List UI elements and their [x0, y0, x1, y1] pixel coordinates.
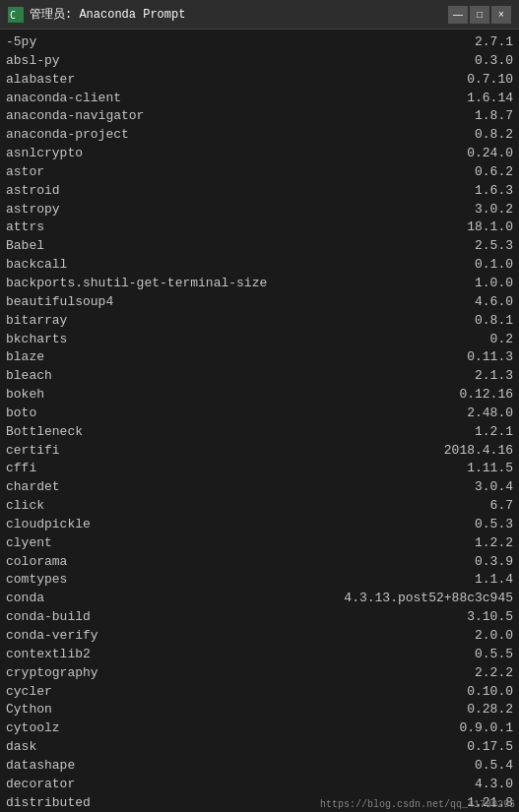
package-name: alabaster: [6, 71, 282, 90]
table-row: boto2.48.0: [6, 405, 513, 423]
table-row: blaze0.11.3: [6, 348, 513, 367]
package-version: 0.5.4: [475, 757, 513, 776]
terminal-content: -5py2.7.1absl-py0.3.0alabaster0.7.10anac…: [0, 30, 519, 812]
table-row: cloudpickle0.5.3: [6, 516, 513, 534]
table-row: asnlcrypto0.24.0: [6, 145, 513, 163]
package-name: Bottleneck: [6, 423, 282, 442]
close-button[interactable]: ×: [491, 6, 511, 24]
package-name: conda-verify: [6, 627, 282, 646]
table-row: astor0.6.2: [6, 163, 513, 182]
package-name: comtypes: [6, 571, 282, 590]
package-version: 1.8.7: [475, 107, 513, 126]
package-name: astropy: [6, 201, 282, 219]
table-row: dask0.17.5: [6, 738, 513, 757]
package-version: 2.2.2: [475, 664, 513, 683]
table-row: comtypes1.1.4: [6, 571, 513, 590]
table-row: anaconda-client1.6.14: [6, 90, 513, 108]
table-row: cryptography2.2.2: [6, 664, 513, 683]
table-row: backports.shutil-get-terminal-size1.0.0: [6, 275, 513, 293]
package-name: Cython: [6, 701, 282, 719]
table-row: decorator4.3.0: [6, 776, 513, 794]
package-version: 0.3.0: [475, 52, 513, 71]
package-name: conda: [6, 590, 282, 608]
package-name: cytoolz: [6, 719, 282, 738]
package-version: 4.3.13.post52+88c3c945: [344, 590, 513, 608]
table-row: conda-build3.10.5: [6, 608, 513, 627]
table-row: -5py2.7.1: [6, 33, 513, 52]
package-name: Babel: [6, 237, 282, 256]
package-version: 4.3.0: [475, 776, 513, 794]
package-version: 1.6.3: [475, 182, 513, 201]
package-name: cffi: [6, 460, 282, 478]
title-bar-controls: — □ ×: [448, 6, 511, 24]
maximize-button[interactable]: □: [470, 6, 489, 24]
package-version: 4.6.0: [475, 293, 513, 312]
package-name: decorator: [6, 776, 282, 794]
package-name: beautifulsoup4: [6, 293, 282, 312]
package-version: 2.48.0: [467, 405, 513, 423]
package-name: bokeh: [6, 386, 282, 405]
package-version: 0.28.2: [467, 701, 513, 719]
package-name: chardet: [6, 478, 282, 497]
package-version: 0.3.9: [475, 553, 513, 572]
table-row: bokeh0.12.16: [6, 386, 513, 405]
package-name: absl-py: [6, 52, 282, 71]
package-version: 0.12.16: [459, 386, 513, 405]
package-list: -5py2.7.1absl-py0.3.0alabaster0.7.10anac…: [6, 33, 513, 812]
package-version: 0.6.2: [475, 163, 513, 182]
package-version: 3.10.5: [467, 608, 513, 627]
package-version: 0.11.3: [467, 348, 513, 367]
package-name: dask: [6, 738, 282, 757]
table-row: anaconda-project0.8.2: [6, 126, 513, 145]
package-version: 0.10.0: [467, 683, 513, 702]
table-row: clyent1.2.2: [6, 534, 513, 553]
table-row: conda-verify2.0.0: [6, 627, 513, 646]
package-version: 0.8.2: [475, 126, 513, 145]
table-row: Cython0.28.2: [6, 701, 513, 719]
title-bar: C 管理员: Anaconda Prompt — □ ×: [0, 0, 519, 30]
table-row: bleach2.1.3: [6, 367, 513, 386]
package-version: 1.2.2: [475, 534, 513, 553]
package-name: anaconda-navigator: [6, 107, 282, 126]
package-version: 0.5.3: [475, 516, 513, 534]
package-name: boto: [6, 405, 282, 423]
package-name: conda-build: [6, 608, 282, 627]
window: C 管理员: Anaconda Prompt — □ × -5py2.7.1ab…: [0, 0, 519, 812]
package-name: anaconda-client: [6, 90, 282, 108]
minimize-button[interactable]: —: [448, 6, 468, 24]
package-version: 3.0.4: [475, 478, 513, 497]
package-name: distributed: [6, 794, 282, 812]
watermark: https://blog.csdn.net/qq_41780295: [320, 799, 515, 810]
package-version: 2.1.3: [475, 367, 513, 386]
package-name: cycler: [6, 683, 282, 702]
table-row: click6.7: [6, 497, 513, 516]
package-version: 0.17.5: [467, 738, 513, 757]
package-version: 6.7: [490, 497, 513, 516]
package-version: 2.0.0: [475, 627, 513, 646]
table-row: cffi1.11.5: [6, 460, 513, 478]
table-row: absl-py0.3.0: [6, 52, 513, 71]
table-row: Bottleneck1.2.1: [6, 423, 513, 442]
package-name: cryptography: [6, 664, 282, 683]
package-version: 18.1.0: [467, 219, 513, 237]
package-version: 0.2: [490, 331, 513, 349]
table-row: alabaster0.7.10: [6, 71, 513, 90]
package-name: colorama: [6, 553, 282, 572]
terminal-icon: C: [8, 7, 24, 23]
package-version: 1.11.5: [467, 460, 513, 478]
package-name: certifi: [6, 442, 282, 461]
package-version: 0.1.0: [475, 256, 513, 275]
table-row: anaconda-navigator1.8.7: [6, 107, 513, 126]
package-version: 1.2.1: [475, 423, 513, 442]
package-name: astroid: [6, 182, 282, 201]
package-name: click: [6, 497, 282, 516]
package-name: astor: [6, 163, 282, 182]
package-version: 0.8.1: [475, 312, 513, 331]
package-version: 0.7.10: [467, 71, 513, 90]
package-version: 3.0.2: [475, 201, 513, 219]
package-version: 0.24.0: [467, 145, 513, 163]
table-row: conda4.3.13.post52+88c3c945: [6, 590, 513, 608]
package-name: datashape: [6, 757, 282, 776]
package-version: 0.5.5: [475, 646, 513, 664]
package-name: anaconda-project: [6, 126, 282, 145]
